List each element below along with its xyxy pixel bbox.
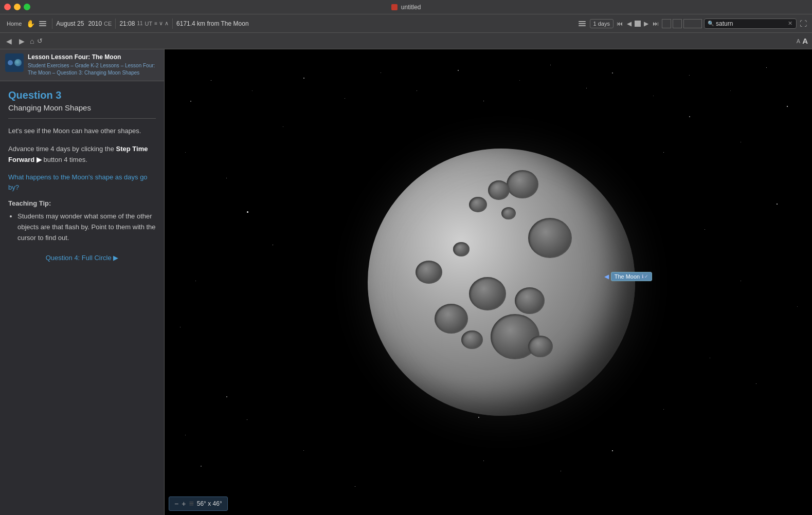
star xyxy=(612,72,613,73)
star xyxy=(612,450,613,451)
star xyxy=(550,65,551,65)
lesson-icon-inner xyxy=(8,59,22,66)
moon-label-box[interactable]: The Moon ℹ ✓ xyxy=(611,272,653,281)
toolbar-time: 21:08 xyxy=(119,20,135,27)
crater-6 xyxy=(469,277,506,310)
step-back-button[interactable]: ◀ xyxy=(626,19,633,28)
forward-button[interactable]: ▶ xyxy=(17,36,27,46)
home-toolbar-button[interactable]: Home xyxy=(4,20,24,28)
crater-12 xyxy=(453,242,470,256)
window-title: untitled xyxy=(391,4,421,11)
settings-menu[interactable] xyxy=(576,19,588,28)
search-input[interactable] xyxy=(716,20,788,27)
lesson-body-2: Advance time 4 days by clicking the Step… xyxy=(8,144,156,165)
star xyxy=(663,152,664,153)
toolbar-ut: UT xyxy=(145,21,153,27)
moon-label-arrow: ◀ xyxy=(604,273,609,280)
skip-back-button[interactable]: ⏮ xyxy=(616,19,624,28)
view-btn-1[interactable] xyxy=(662,19,671,28)
back-button[interactable]: ◀ xyxy=(4,36,14,46)
lesson-text: Lesson Lesson Four: The Moon Student Exe… xyxy=(28,53,159,77)
zoom-out-button[interactable]: − xyxy=(174,500,178,508)
star xyxy=(730,90,731,91)
step-forward-button[interactable]: ▶ xyxy=(643,19,649,28)
star xyxy=(478,417,479,418)
star xyxy=(689,75,690,76)
star xyxy=(741,281,741,281)
time-mode-icons: ≡ ∨ ∧ xyxy=(154,20,169,27)
star xyxy=(381,72,381,73)
toolbar-date: August 25 xyxy=(56,20,84,27)
star xyxy=(458,70,459,71)
star xyxy=(355,486,355,487)
star xyxy=(303,78,304,79)
search-container: 🔍 ✕ xyxy=(704,19,797,29)
moon-info-icon[interactable]: ℹ xyxy=(642,274,643,279)
moon-check-icon[interactable]: ✓ xyxy=(644,274,648,279)
lesson-body-1: Let's see if the Moon can have other sha… xyxy=(8,126,156,137)
crater-2 xyxy=(469,197,487,212)
moon xyxy=(368,149,635,416)
question-text: What happens to the Moon's shape as days… xyxy=(8,172,156,192)
teaching-tip-label: Teaching Tip: xyxy=(8,199,156,207)
refresh-button[interactable]: ↺ xyxy=(37,37,43,45)
crater-11 xyxy=(528,336,553,357)
moon-label-icons: ℹ ✓ xyxy=(642,274,648,279)
font-small-button[interactable]: A xyxy=(797,38,800,44)
maximize-button[interactable] xyxy=(24,4,30,10)
star xyxy=(226,178,227,178)
secondary-toolbar: ◀ ▶ ⌂ ↺ A A xyxy=(0,33,812,49)
star xyxy=(519,80,520,81)
star xyxy=(283,126,283,127)
font-size-controls: A A xyxy=(797,36,808,45)
star xyxy=(345,98,345,99)
toolbar-year: 2010 xyxy=(88,20,102,27)
view-btn-3[interactable] xyxy=(683,19,702,28)
star xyxy=(710,358,710,358)
star xyxy=(787,106,788,107)
star xyxy=(756,383,756,384)
traffic-lights xyxy=(4,4,30,10)
star xyxy=(190,101,191,102)
hamburger-menu[interactable] xyxy=(37,19,48,28)
close-button[interactable] xyxy=(4,4,11,10)
divider xyxy=(8,118,156,119)
search-clear-button[interactable]: ✕ xyxy=(788,20,792,27)
crater-4 xyxy=(488,180,510,200)
star xyxy=(247,419,247,420)
zoom-level: 56° x 46° xyxy=(197,500,222,507)
fullscreen-button[interactable]: ⛶ xyxy=(799,19,808,29)
view-mode-buttons xyxy=(662,19,702,28)
tip-bullet-item: Students may wonder what some of the oth… xyxy=(17,211,156,243)
next-question-link[interactable]: Question 4: Full Circle ▶ xyxy=(8,254,156,262)
star xyxy=(777,204,778,205)
lesson-title: Lesson Lesson Four: The Moon xyxy=(28,53,159,61)
star xyxy=(417,90,417,91)
star xyxy=(185,435,186,435)
lesson-header: Lesson Lesson Four: The Moon Student Exe… xyxy=(0,49,164,81)
star xyxy=(247,211,248,213)
view-btn-2[interactable] xyxy=(673,19,682,28)
stop-button[interactable] xyxy=(635,21,641,27)
zoom-in-button[interactable]: + xyxy=(182,500,186,508)
skip-forward-button[interactable]: ⏭ xyxy=(652,19,660,28)
tip-bullet-list: Students may wonder what some of the oth… xyxy=(17,211,156,243)
minimize-button[interactable] xyxy=(14,4,21,10)
days-button[interactable]: 1 days xyxy=(590,19,613,28)
pan-tool[interactable]: ✋ xyxy=(26,20,35,28)
zoom-sep: ≡ xyxy=(189,499,193,508)
home-page-button[interactable]: ⌂ xyxy=(30,37,34,45)
moon-label: ◀ The Moon ℹ ✓ xyxy=(604,272,653,281)
sky-view[interactable]: ◀ The Moon ℹ ✓ − + ≡ 56° x 46° xyxy=(165,49,812,515)
star xyxy=(561,471,561,471)
font-large-button[interactable]: A xyxy=(802,36,808,45)
titlebar: untitled xyxy=(0,0,812,14)
star xyxy=(653,96,654,96)
question-title: Changing Moon Shapes xyxy=(8,103,156,112)
crater-5 xyxy=(416,261,442,284)
moon-container xyxy=(368,149,635,416)
toolbar-distance: 6171.4 km from The Moon xyxy=(176,20,249,27)
lesson-icon xyxy=(5,53,24,72)
star xyxy=(226,396,227,397)
moon-label-text: The Moon xyxy=(615,273,640,280)
